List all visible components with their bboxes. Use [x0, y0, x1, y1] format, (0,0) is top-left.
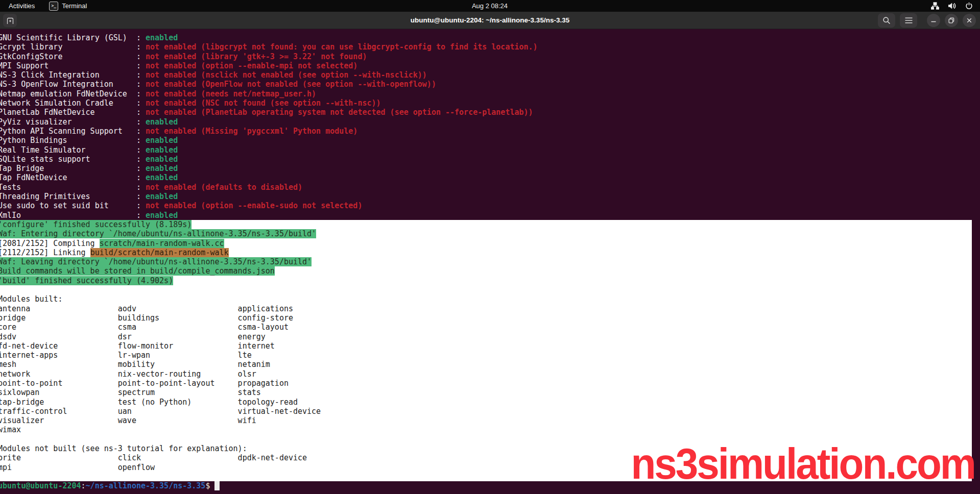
terminal-text-segment: enabled: [146, 155, 178, 164]
terminal-text-segment: Use sudo to set suid bit :: [0, 201, 146, 210]
terminal-text-segment: Real Time Simulator :: [0, 145, 146, 155]
terminal-text-segment: NS-3 Click Integration :: [0, 70, 146, 80]
window-controls: [878, 13, 976, 28]
hamburger-menu-icon: [905, 17, 913, 23]
terminal-text-segment: Waf: Entering directory `/home/ubuntu/ns…: [0, 229, 316, 238]
close-icon: [966, 17, 972, 23]
terminal-titlebar: ubuntu@ubuntu-2204: ~/ns-allinone-3.35/n…: [0, 12, 980, 29]
terminal-text-segment: not enabled (nsclick not enabled (see op…: [146, 70, 427, 80]
activities-button[interactable]: Activities: [7, 2, 37, 10]
terminal-text-segment: Threading Primitives :: [0, 192, 146, 201]
terminal-text-segment: GNU Scientific Library (GSL) :: [0, 33, 146, 42]
focused-app-name: Terminal: [62, 2, 87, 10]
search-icon: [882, 16, 891, 24]
terminal-text-segment: not enabled (NSC not found (see option -…: [146, 98, 381, 108]
network-icon: [931, 2, 939, 10]
terminal-text-segment: Netmap emulation FdNetDevice :: [0, 89, 146, 98]
terminal-text-segment: not enabled (OpenFlow not enabled (see o…: [146, 80, 436, 89]
terminal-text-segment: Tests :: [0, 183, 146, 192]
new-tab-icon: [6, 17, 14, 24]
terminal-text-segment: MPI Support :: [0, 61, 146, 70]
terminal-app-icon: >_: [49, 2, 58, 11]
terminal-text-segment: 'configure' finished successfully (8.189…: [0, 220, 192, 229]
terminal-text-segment: Build commands will be stored in build/c…: [0, 266, 275, 276]
terminal-text-segment: Python Bindings :: [0, 136, 146, 145]
terminal-text-segment: not enabled (option --enable-sudo not se…: [146, 201, 362, 210]
terminal-text-segment: 'build' finished successfully (4.902s): [0, 276, 173, 285]
terminal-text-segment: PyViz visualizer :: [0, 117, 146, 127]
search-button[interactable]: [878, 13, 895, 28]
terminal-text-segment: not enabled (needs net/netmap_user.h): [146, 89, 316, 98]
configure-summary-output: GNU Scientific Library (GSL) : enabled G…: [0, 29, 980, 220]
new-tab-button[interactable]: [3, 14, 17, 27]
close-button[interactable]: [963, 14, 976, 27]
terminal-text-segment: not enabled (PlanetLab operating system …: [146, 108, 533, 117]
terminal-text-segment: not enabled (defaults to disabled): [146, 183, 302, 192]
terminal-text-segment: scratch/main-random-walk.cc: [100, 239, 224, 248]
terminal-text-segment: enabled: [146, 173, 178, 182]
window-title: ubuntu@ubuntu-2204: ~/ns-allinone-3.35/n…: [0, 12, 980, 29]
terminal-text-segment: ubuntu@ubuntu-2204: [0, 481, 81, 490]
terminal-text-segment: Python API Scanning Support :: [0, 127, 146, 136]
terminal-text-segment: GtkConfigStore :: [0, 52, 146, 61]
desktop-screen: Activities >_ Terminal Aug 2 08:24: [0, 0, 980, 494]
terminal-cursor: [214, 481, 219, 490]
terminal-text-segment: Waf: Leaving directory `/home/ubuntu/ns-…: [0, 257, 312, 266]
terminal-text-segment: enabled: [146, 211, 178, 220]
terminal-viewport[interactable]: GNU Scientific Library (GSL) : enabled G…: [0, 29, 980, 494]
minimize-icon: [930, 17, 937, 23]
terminal-text-segment: Gcrypt library :: [0, 42, 146, 52]
minimize-button[interactable]: [927, 14, 940, 27]
terminal-text-segment: Network Simulation Cradle :: [0, 98, 146, 108]
power-icon: [965, 2, 973, 10]
terminal-text-segment: enabled: [146, 164, 178, 173]
terminal-text-segment: not enabled (libgcrypt not found: you ca…: [146, 42, 538, 52]
terminal-text-segment: PlanetLab FdNetDevice :: [0, 108, 146, 117]
terminal-text-segment: enabled: [146, 117, 178, 127]
terminal-text-segment: XmlIo :: [0, 211, 146, 220]
gnome-topbar: Activities >_ Terminal Aug 2 08:24: [0, 0, 980, 12]
terminal-text-segment: NS-3 OpenFlow Integration :: [0, 80, 146, 89]
restore-button[interactable]: [945, 14, 958, 27]
system-status-area[interactable]: [508, 2, 980, 10]
terminal-text-segment: enabled: [146, 192, 178, 201]
clock[interactable]: Aug 2 08:24: [472, 2, 508, 10]
terminal-text-segment: SQLite stats support :: [0, 155, 146, 164]
terminal-text-segment: not enabled (library 'gtk+-3 >= 3.22' no…: [146, 52, 367, 61]
restore-icon: [948, 17, 954, 23]
terminal-text-segment: not enabled (Missing 'pygccxml' Python m…: [146, 127, 357, 136]
terminal-text-segment: enabled: [146, 33, 178, 42]
watermark-text: ns3simulation.com: [631, 442, 975, 486]
focused-app-menu[interactable]: >_ Terminal: [49, 2, 87, 11]
terminal-text-segment: [2112/2152] Linking: [0, 248, 90, 257]
volume-icon: [948, 2, 957, 10]
terminal-text-segment: not enabled (option --enable-mpi not sel…: [146, 61, 357, 70]
menu-button[interactable]: [900, 13, 917, 28]
terminal-text-segment: ~/ns-allinone-3.35/ns-3.35: [86, 481, 206, 490]
terminal-text-segment: Tap Bridge :: [0, 164, 146, 173]
terminal-text-segment: [2081/2152] Compiling: [0, 239, 100, 248]
terminal-text-segment: enabled: [146, 145, 178, 155]
terminal-text-segment: :: [81, 481, 86, 490]
topbar-left: Activities >_ Terminal: [0, 2, 472, 11]
terminal-text-segment: enabled: [146, 136, 178, 145]
terminal-text-segment: build/scratch/main-random-walk: [90, 248, 229, 257]
terminal-text-segment: Tap FdNetDevice :: [0, 173, 146, 182]
